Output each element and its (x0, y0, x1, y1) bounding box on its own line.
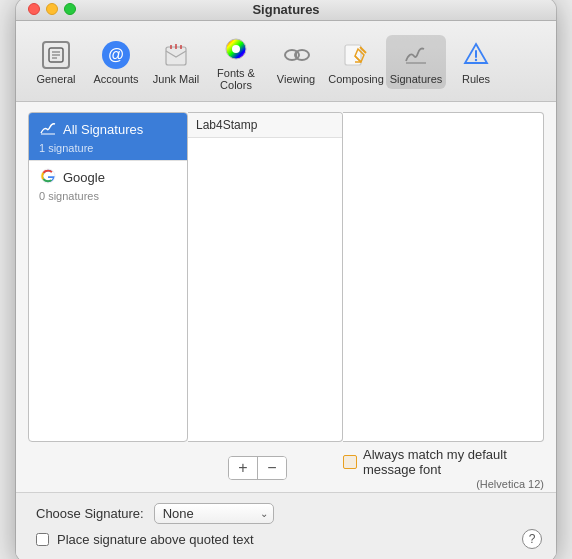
toolbar-item-junk-mail[interactable]: Junk Mail (146, 35, 206, 89)
place-signature-checkbox[interactable] (36, 533, 49, 546)
main-window: Signatures General @ (16, 0, 556, 559)
list-item-google[interactable]: Google 0 signatures (29, 161, 187, 208)
toolbar-item-rules[interactable]: Rules (446, 35, 506, 89)
accounts-label: Accounts (93, 73, 138, 85)
composing-label: Composing (328, 73, 384, 85)
google-count: 0 signatures (39, 190, 177, 202)
close-button[interactable] (28, 3, 40, 15)
font-match-label: Always match my default message font (363, 447, 544, 477)
panels-area: All Signatures 1 signature (16, 102, 556, 442)
choose-signature-row: Choose Signature: None Random In Order ⌄ (36, 503, 536, 524)
all-signatures-count: 1 signature (39, 142, 177, 154)
signatures-icon (400, 39, 432, 71)
google-icon (39, 167, 57, 189)
rules-label: Rules (462, 73, 490, 85)
general-icon (40, 39, 72, 71)
general-label: General (36, 73, 75, 85)
svg-point-17 (475, 58, 477, 60)
signature-dropdown[interactable]: None Random In Order (154, 503, 274, 524)
junk-mail-label: Junk Mail (153, 73, 199, 85)
place-signature-label: Place signature above quoted text (57, 532, 254, 547)
bottom-section: Choose Signature: None Random In Order ⌄… (16, 492, 556, 560)
toolbar-item-composing[interactable]: Composing (326, 35, 386, 89)
help-icon: ? (529, 532, 536, 546)
toolbar: General @ Accounts Junk Mail (16, 21, 556, 102)
maximize-button[interactable] (64, 3, 76, 15)
composing-icon (340, 39, 372, 71)
svg-rect-4 (166, 47, 186, 65)
add-signature-button[interactable]: + (229, 457, 257, 479)
fonts-colors-label: Fonts & Colors (210, 67, 262, 91)
junk-mail-icon (160, 39, 192, 71)
svg-point-11 (295, 50, 309, 60)
signature-dropdown-wrapper: None Random In Order ⌄ (154, 503, 274, 524)
main-content: All Signatures 1 signature (16, 102, 556, 560)
window-title: Signatures (252, 2, 319, 17)
list-item-all-signatures[interactable]: All Signatures 1 signature (29, 113, 187, 160)
traffic-lights (28, 3, 76, 15)
toolbar-item-viewing[interactable]: Viewing (266, 35, 326, 89)
all-signatures-name: All Signatures (63, 122, 143, 137)
title-bar: Signatures (16, 0, 556, 21)
toolbar-item-fonts-colors[interactable]: Fonts & Colors (206, 29, 266, 95)
add-remove-controls: + − (228, 456, 287, 480)
place-signature-row: Place signature above quoted text (36, 532, 536, 547)
fonts-colors-icon (220, 33, 252, 65)
google-header: Google (39, 167, 177, 189)
google-name: Google (63, 170, 105, 185)
accounts-icon-shape: @ (102, 41, 130, 69)
toolbar-item-signatures[interactable]: Signatures (386, 35, 446, 89)
font-match-row: Always match my default message font (343, 447, 544, 477)
font-match-checkbox[interactable] (343, 455, 357, 469)
rules-icon (460, 39, 492, 71)
viewing-icon (280, 39, 312, 71)
help-button[interactable]: ? (522, 529, 542, 549)
accounts-icon: @ (100, 39, 132, 71)
font-match-sublabel: (Helvetica 12) (476, 478, 544, 490)
svg-point-9 (232, 45, 240, 53)
viewing-label: Viewing (277, 73, 315, 85)
remove-signature-button[interactable]: − (258, 457, 286, 479)
toolbar-item-accounts[interactable]: @ Accounts (86, 35, 146, 89)
middle-panel: Lab4Stamp (188, 112, 343, 442)
right-panel (343, 112, 544, 442)
all-signatures-header: All Signatures (39, 119, 177, 141)
bottom-wrapper: Choose Signature: None Random In Order ⌄… (16, 492, 556, 560)
choose-signature-label: Choose Signature: (36, 506, 144, 521)
all-signatures-icon (39, 119, 57, 141)
general-icon-shape (42, 41, 70, 69)
svg-rect-12 (295, 53, 297, 57)
middle-panel-header: Lab4Stamp (188, 113, 342, 138)
left-panel: All Signatures 1 signature (28, 112, 188, 442)
minimize-button[interactable] (46, 3, 58, 15)
signatures-label: Signatures (390, 73, 443, 85)
toolbar-item-general[interactable]: General (26, 35, 86, 89)
